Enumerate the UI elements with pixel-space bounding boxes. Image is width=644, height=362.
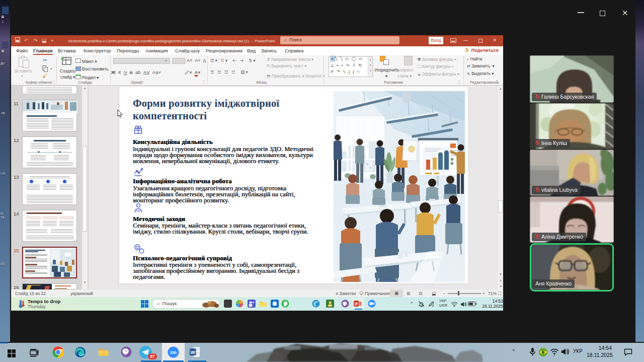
svg-text:W: W — [191, 349, 196, 355]
svg-text:zm: zm — [170, 350, 177, 355]
svg-text:P: P — [355, 302, 358, 307]
